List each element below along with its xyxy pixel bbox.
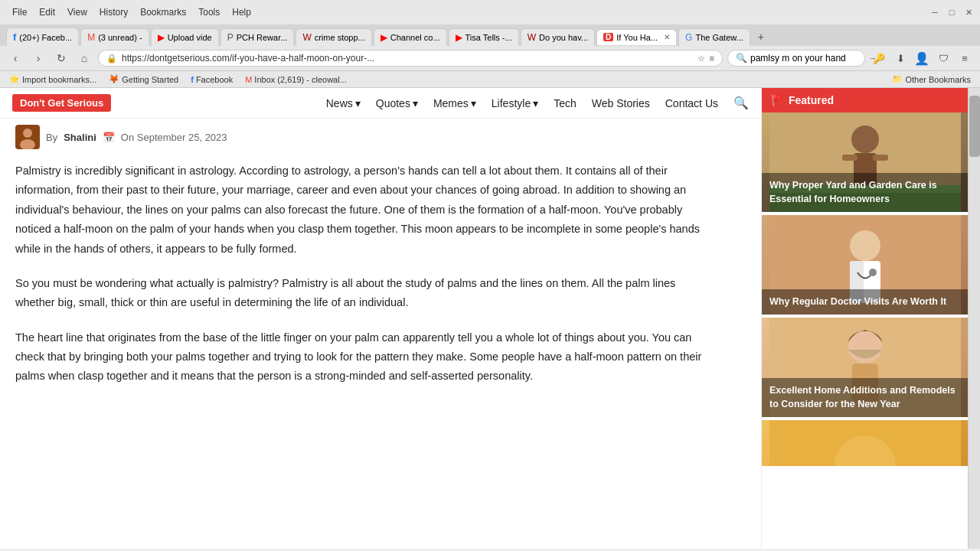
menu-file[interactable]: File <box>12 7 27 18</box>
nav-menu: News ▾ Quotes ▾ Memes ▾ Lifestyle ▾ Tech <box>326 96 749 110</box>
nav-news-label: News <box>326 97 353 109</box>
menu-history[interactable]: History <box>100 7 128 18</box>
bookmark-gmail[interactable]: M Inbox (2,619) - cleowal... <box>242 73 350 86</box>
tab-crime[interactable]: W crime stopp... <box>296 28 371 46</box>
calendar-icon: 📅 <box>103 132 115 143</box>
article-paragraph-2: So you must be wondering what actually i… <box>15 274 704 313</box>
pch-tab-icon: P <box>227 32 234 43</box>
nav-contact-label: Contact Us <box>665 97 718 109</box>
toolbar-icons: 🔑 ⬇ 👤 🛡 ≡ <box>870 49 974 67</box>
tab-gateway[interactable]: G The Gatew... <box>678 28 750 46</box>
featured-card-garden[interactable]: Why Proper Yard and Garden Care is Essen… <box>762 112 968 212</box>
search-bar[interactable]: 🔍 → <box>727 50 865 67</box>
menu-button[interactable]: ≡ <box>956 49 974 67</box>
back-button[interactable]: ‹ <box>6 49 24 67</box>
tab-gmail[interactable]: M (3 unread) - <box>80 28 149 46</box>
url-bar[interactable]: 🔒 ☆ ≡ <box>98 50 723 67</box>
bookmark-gmail-label: Inbox (2,619) - cleowal... <box>254 75 346 84</box>
w-tab-icon: W <box>528 32 536 43</box>
svg-rect-6 <box>842 155 858 161</box>
dgs-tab-icon: D <box>603 33 613 41</box>
tab-upload-label: Upload vide <box>168 33 212 42</box>
nav-news[interactable]: News ▾ <box>326 97 361 109</box>
site-header: Don't Get Serious News ▾ Quotes ▾ Memes … <box>0 88 761 119</box>
nav-web-stories[interactable]: Web Stories <box>592 97 650 109</box>
nav-contact[interactable]: Contact Us <box>665 97 718 109</box>
tab-ifyou-close[interactable]: ✕ <box>664 33 670 41</box>
tab-crime-label: crime stopp... <box>315 33 365 42</box>
home-button[interactable]: ⌂ <box>75 49 93 67</box>
tab-channel[interactable]: ▶ Channel co... <box>374 28 447 46</box>
featured-card-last[interactable] <box>762 420 968 466</box>
gp-tab-icon: G <box>685 32 692 43</box>
tab-gmail-label: (3 unread) - <box>98 33 142 42</box>
nav-tech[interactable]: Tech <box>554 97 577 109</box>
profile-button[interactable]: 👤 <box>913 49 931 67</box>
site-logo[interactable]: Don't Get Serious <box>12 94 111 112</box>
nav-quotes[interactable]: Quotes ▾ <box>376 97 418 109</box>
lock-icon: 🔒 <box>106 54 117 64</box>
url-input[interactable] <box>122 53 693 64</box>
search-icon: 🔍 <box>736 53 747 64</box>
forward-button[interactable]: › <box>29 49 47 67</box>
fb-bookmark-icon: f <box>191 75 194 84</box>
menu-bookmarks[interactable]: Bookmarks <box>140 7 186 18</box>
menu-tools[interactable]: Tools <box>198 7 220 18</box>
logo-area: Don't Get Serious <box>12 94 111 112</box>
ff-icon: 🦊 <box>109 74 119 84</box>
page-content: Don't Get Serious News ▾ Quotes ▾ Memes … <box>0 88 980 549</box>
featured-label: Featured <box>789 94 834 106</box>
menu-help[interactable]: Help <box>232 7 251 18</box>
bookmark-import[interactable]: ⭐ Import bookmarks... <box>6 73 100 86</box>
other-bookmarks[interactable]: 📁 Other Bookmarks <box>889 73 974 86</box>
menu-view[interactable]: View <box>67 7 87 18</box>
nav-tech-label: Tech <box>554 97 577 109</box>
bookmark-facebook[interactable]: f Facebook <box>188 73 236 86</box>
close-button[interactable]: ✕ <box>963 7 974 18</box>
reader-icon: ≡ <box>710 54 714 63</box>
flag-icon: 🚩 <box>771 94 784 106</box>
featured-card-doctor[interactable]: Why Regular Doctor Visits Are Worth It <box>762 215 968 315</box>
addon-icon-1[interactable]: 🛡 <box>934 49 952 67</box>
nav-lifestyle[interactable]: Lifestyle ▾ <box>492 97 538 109</box>
svg-point-11 <box>850 230 880 261</box>
featured-header: 🚩 Featured <box>762 88 968 112</box>
sidebar: 🚩 Featured Why Proper Yard an <box>761 88 968 549</box>
tab-tisa[interactable]: ▶ Tisa Tells -... <box>449 28 519 46</box>
svg-point-4 <box>851 126 879 153</box>
star-icon: ⭐ <box>9 74 20 84</box>
featured-card-home-title: Excellent Home Additions and Remodels to… <box>762 378 968 417</box>
quotes-dropdown-icon: ▾ <box>413 97 418 109</box>
tab-upload[interactable]: ▶ Upload vide <box>151 28 219 46</box>
nav-memes[interactable]: Memes ▾ <box>433 97 476 109</box>
maximize-button[interactable]: □ <box>946 7 957 18</box>
download-button[interactable]: ⬇ <box>891 49 910 67</box>
search-button[interactable]: 🔍 <box>733 96 749 110</box>
search-input[interactable] <box>750 53 865 64</box>
article-date: On September 25, 2023 <box>121 132 227 143</box>
menu-edit[interactable]: Edit <box>39 7 55 18</box>
vertical-scrollbar[interactable] <box>968 88 980 549</box>
minimize-button[interactable]: ─ <box>929 7 940 18</box>
featured-card-garden-title: Why Proper Yard and Garden Care is Essen… <box>762 173 968 212</box>
tab-facebook[interactable]: f (20+) Faceb... <box>6 28 79 46</box>
nav-quotes-label: Quotes <box>376 97 410 109</box>
featured-card-home[interactable]: Excellent Home Additions and Remodels to… <box>762 318 968 417</box>
gmail-tab-icon: M <box>87 32 95 43</box>
extensions-button[interactable]: 🔑 <box>870 49 888 67</box>
article-body: Palmistry is incredibly significant in a… <box>0 155 720 417</box>
reload-button[interactable]: ↻ <box>52 49 70 67</box>
bookmark-getting-started[interactable]: 🦊 Getting Started <box>106 73 181 86</box>
facebook-tab-icon: f <box>13 31 16 43</box>
author-name[interactable]: Shalini <box>64 132 96 143</box>
folder-icon: 📁 <box>892 74 903 84</box>
tab-ifyou-label: If You Ha... <box>616 33 658 42</box>
tab-doyou[interactable]: W Do you hav... <box>521 28 595 46</box>
new-tab-button[interactable]: + <box>752 28 770 46</box>
scroll-thumb[interactable] <box>969 96 980 157</box>
bookmark-url-icon: ☆ <box>697 54 705 64</box>
tab-pch[interactable]: P PCH Rewar... <box>220 28 295 46</box>
menu-bar: File Edit View History Bookmarks Tools H… <box>6 5 257 19</box>
article-paragraph-3: The heart line that originates from the … <box>15 328 704 386</box>
tab-ifyou[interactable]: D If You Ha... ✕ <box>596 29 677 45</box>
